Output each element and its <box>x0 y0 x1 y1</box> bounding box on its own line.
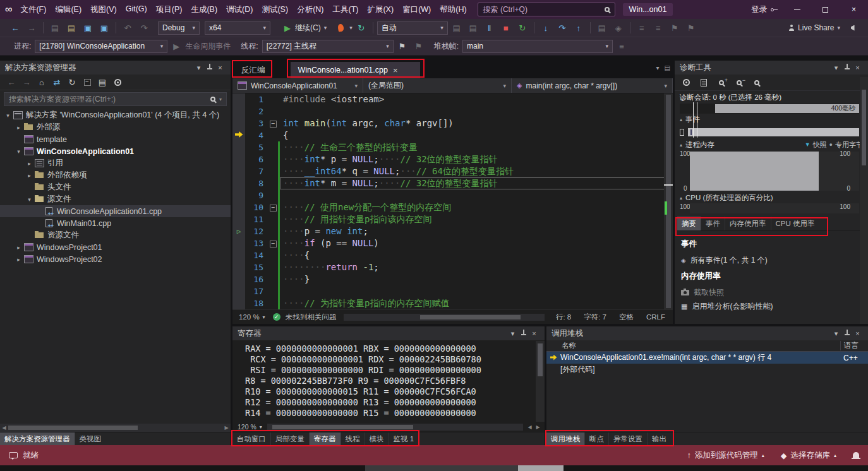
code-line-18[interactable]: 18····// 为指针变量p指向的内存空间赋值 <box>232 297 673 309</box>
pin-icon[interactable] <box>841 330 852 338</box>
diagnostics-vertical-scrollbar[interactable] <box>860 77 868 324</box>
live-share-button[interactable]: Live Share ▾ <box>783 23 845 32</box>
step-over-button[interactable]: ↷ <box>555 21 570 35</box>
stop-debugging-button[interactable]: ■ <box>498 21 514 35</box>
bookmark-next-icon[interactable]: ⚑ <box>684 21 699 35</box>
code-line-17[interactable]: 17 <box>232 285 673 297</box>
close-button[interactable]: × <box>840 0 868 19</box>
menu-item-9[interactable]: 分析(N) <box>292 3 328 17</box>
tree-item-6[interactable]: ▸外部依赖项 <box>0 169 231 181</box>
tree-chevron-icon[interactable]: ▸ <box>15 256 23 263</box>
enable-heap-button[interactable]: ▦ 启用堆分析(会影响性能) <box>681 299 862 313</box>
register-line-5[interactable]: R10 = 0000000000000015 R11 = 000000C7FC5… <box>245 386 545 397</box>
callstack-row-2[interactable]: [外部代码] <box>546 364 868 376</box>
pin-icon[interactable] <box>841 64 852 72</box>
tree-chevron-icon[interactable]: ▾ <box>25 196 33 203</box>
se-horizontal-scrollbar[interactable]: ◀▶ <box>0 424 231 432</box>
menu-item-2[interactable]: 编辑(E) <box>51 3 86 17</box>
column-name[interactable]: 名称 <box>546 341 840 350</box>
callstack-tab-4[interactable]: 输出 <box>647 432 671 445</box>
tree-item-4[interactable]: ▾WinConsoleApplication01 <box>0 145 231 157</box>
navigate-forward-button[interactable]: → <box>24 21 39 35</box>
member-dropdown[interactable]: ◈ main(int argc, char * argv[]) ▾ <box>512 78 673 93</box>
register-line-3[interactable]: RSI = 0000000000000000 RDI = 00000000000… <box>245 365 545 376</box>
tree-chevron-icon[interactable]: ▾ <box>4 112 12 119</box>
hot-reload-icon[interactable] <box>333 21 348 35</box>
restart-button[interactable]: ↻ <box>515 21 530 35</box>
timeline-ruler[interactable]: 400毫秒 <box>680 104 859 114</box>
diagnostics-tab-3[interactable]: 内存使用率 <box>725 217 771 230</box>
close-panel-icon[interactable]: × <box>852 64 863 71</box>
callstack-tab-3[interactable]: 异常设置 <box>608 432 647 445</box>
document-tab-1[interactable]: 反汇编 <box>234 62 273 78</box>
close-panel-icon[interactable]: × <box>215 64 226 71</box>
callstack-row-1[interactable]: WinConsoleApplication01.exe!main(int arg… <box>546 352 868 364</box>
breakpoint-margin[interactable] <box>232 141 245 153</box>
feedback-icon[interactable] <box>847 21 862 35</box>
code-map-icon[interactable]: ▤ <box>594 21 610 35</box>
tree-item-11[interactable]: 资源文件 <box>0 229 231 241</box>
undo-icon[interactable]: ↶ <box>120 21 135 35</box>
eol-indicator[interactable]: CRLF <box>642 313 669 321</box>
menu-item-4[interactable]: Git(G) <box>121 3 152 17</box>
code-line-6[interactable]: 6····int* p = NULL;····// 32位的整型变量指针 <box>232 153 673 165</box>
menu-item-1[interactable]: 文件(F) <box>16 3 51 17</box>
breakpoint-margin[interactable] <box>232 153 245 165</box>
breakpoint-margin[interactable] <box>232 165 245 177</box>
apply-code-changes-icon[interactable]: ↻ <box>354 21 369 35</box>
tree-item-5[interactable]: ▸引用 <box>0 157 231 169</box>
step-out-button[interactable]: ↑ <box>571 21 586 35</box>
se-back-icon[interactable]: ← <box>4 75 19 89</box>
tree-item-3[interactable]: template <box>0 133 231 145</box>
minimize-button[interactable] <box>783 0 811 19</box>
breakpoint-margin[interactable] <box>232 285 245 297</box>
scope-dropdown[interactable]: (全局范围) ▾ <box>363 78 512 93</box>
diagnostics-tab-2[interactable]: 事件 <box>701 217 725 230</box>
close-panel-icon[interactable]: × <box>529 330 539 337</box>
registers-header[interactable]: 寄存器 ▾ × <box>232 326 545 340</box>
refresh-icon[interactable]: ↻ <box>64 75 80 89</box>
tree-chevron-icon[interactable]: ▸ <box>15 244 23 251</box>
fold-collapse-icon[interactable]: − <box>268 237 278 249</box>
diagnostics-icon[interactable]: ◈ <box>611 21 626 35</box>
code-line-15[interactable]: 15········return -1; <box>232 261 673 273</box>
pin-icon[interactable] <box>518 330 529 338</box>
menu-item-7[interactable]: 调试(D) <box>222 3 257 17</box>
save-all-icon[interactable]: ▣ <box>97 21 112 35</box>
code-line-10[interactable]: 10−····// 使用new分配一个整型的内存空间 <box>232 201 673 213</box>
register-line-2[interactable]: RCX = 0000000000000001 RDX = 000002245BB… <box>245 354 545 365</box>
breakpoint-margin[interactable] <box>232 273 245 285</box>
frames-menu-icon[interactable]: ≡ <box>614 39 629 53</box>
outdent-icon[interactable]: ≡ <box>651 21 666 35</box>
registers-vertical-scrollbar[interactable] <box>536 341 545 422</box>
window-menu-icon[interactable]: ▾ <box>507 330 518 338</box>
code-line-11[interactable]: 11····// 用指针变量p指向该内存空间 <box>232 213 673 225</box>
zoom-out-icon[interactable]: − <box>732 76 747 89</box>
register-line-6[interactable]: R12 = 0000000000000000 R13 = 00000000000… <box>245 397 545 408</box>
space-indicator[interactable]: 空格 <box>615 313 637 322</box>
registers-horizontal-scrollbar[interactable] <box>267 424 523 431</box>
diagnostics-tab-1[interactable]: 摘要 <box>677 217 701 230</box>
close-tab-icon[interactable]: × <box>393 66 398 75</box>
code-line-9[interactable]: 9 <box>232 189 673 201</box>
breakpoint-margin[interactable] <box>232 237 245 249</box>
tree-item-13[interactable]: ▸WindowsProject02 <box>0 253 231 265</box>
add-to-source-control-button[interactable]: ↑ 添加到源代码管理 ▴ <box>687 450 764 461</box>
break-all-button[interactable]: ‖ <box>482 21 497 35</box>
sync-with-active-document-icon[interactable]: ⇄ <box>49 75 64 89</box>
tree-item-7[interactable]: 头文件 <box>0 181 231 193</box>
code-line-4[interactable]: 4{ <box>232 129 673 141</box>
thread-dropdown[interactable]: [22772] 主线程 ▾ <box>262 40 394 53</box>
stack-frame-dropdown[interactable]: main ▾ <box>462 40 613 53</box>
registers-tab-4[interactable]: 线程 <box>341 432 365 445</box>
registers-tab-5[interactable]: 模块 <box>365 432 389 445</box>
solution-explorer-header[interactable]: 解决方案资源管理器 ▾ × <box>0 61 231 75</box>
lifecycle-events-label[interactable]: 生命周期事件 <box>185 41 231 52</box>
register-line-1[interactable]: RAX = 0000000000000001 RBX = 00000000000… <box>245 343 545 354</box>
breakpoint-margin[interactable] <box>232 177 245 189</box>
all-events-link[interactable]: ◈ 所有事件(1 个, 共 1 个) <box>681 253 862 267</box>
breakpoint-margin[interactable] <box>232 117 245 129</box>
menu-item-12[interactable]: 窗口(W) <box>398 3 435 17</box>
collapse-all-icon[interactable]: − <box>80 75 95 89</box>
code-editor[interactable]: 1#include <iostream>23−int main(int argc… <box>232 93 673 309</box>
